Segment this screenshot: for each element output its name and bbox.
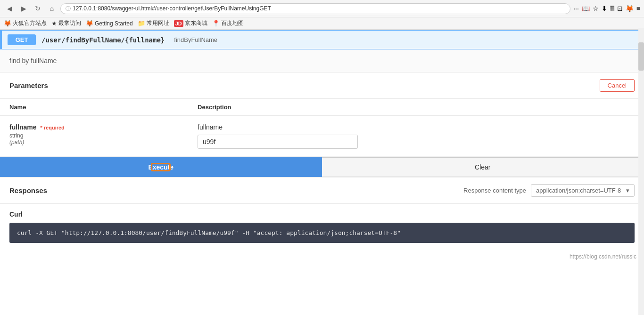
address-bar[interactable]: ⓘ 127.0.0.1:8080/swagger-ui.html#/user-c… <box>60 3 570 14</box>
response-content-type-label: Response content type <box>463 187 526 194</box>
curl-section: Curl curl -X GET "http://127.0.0.1:8080/… <box>0 204 644 250</box>
endpoint-header: GET /user/findByFullName/{fullname} find… <box>0 30 644 49</box>
address-text: 127.0.0.1:8080/swagger-ui.html#/user-con… <box>73 5 565 12</box>
map-icon: 📍 <box>212 20 220 27</box>
scroll-track[interactable] <box>638 28 644 313</box>
endpoint-operationid: findByFullName <box>174 36 217 43</box>
bookmark-getting-started[interactable]: 🦊 Getting Started <box>86 20 133 27</box>
menu-icon[interactable]: ≡ <box>636 5 640 12</box>
bookmark-label: 京东商城 <box>185 19 207 27</box>
bookmark-label: 常用网址 <box>147 19 169 27</box>
params-table: Name Description fullname * required str… <box>0 99 644 157</box>
description-text: find by fullName <box>9 57 57 65</box>
download-icon[interactable]: ⬇ <box>602 5 607 12</box>
refresh-button[interactable]: ↻ <box>32 3 43 14</box>
content-type-value: application/json;charset=UTF-8 <box>536 187 621 194</box>
toolbar-dots[interactable]: ··· <box>573 5 579 12</box>
param-location: (path) <box>9 139 179 145</box>
parameters-section: Parameters Cancel Name Description fulln… <box>0 73 644 157</box>
param-type: string <box>9 132 179 139</box>
parameters-title: Parameters <box>9 81 48 89</box>
swagger-container: GET /user/findByFullName/{fullname} find… <box>0 30 644 313</box>
section-description: find by fullName <box>0 49 644 73</box>
lock-icon: ⓘ <box>66 5 71 12</box>
method-badge: GET <box>8 34 36 45</box>
responses-section: Responses Response content type applicat… <box>0 177 644 204</box>
home-button[interactable]: ⌂ <box>46 3 58 14</box>
bookmark-label: 最常访问 <box>58 19 81 27</box>
responses-title: Responses <box>9 186 47 194</box>
forward-button[interactable]: ▶ <box>18 3 29 14</box>
param-name-cell: fullname * required string (path) <box>0 116 188 157</box>
responses-header: Responses Response content type applicat… <box>0 178 644 204</box>
bookmark-label: Getting Started <box>95 20 133 27</box>
watermark: https://blog.csdn.net/russlc <box>0 250 644 264</box>
param-description-text: fullname <box>198 123 635 131</box>
action-buttons: Execute Clear <box>0 157 644 177</box>
param-name: fullname * required <box>9 123 179 131</box>
scroll-thumb[interactable] <box>638 42 644 71</box>
curl-code: curl -X GET "http://127.0.0.1:8080/user/… <box>9 223 635 243</box>
description-column-header: Description <box>188 99 644 116</box>
name-column-header: Name <box>0 99 188 116</box>
tab-icon[interactable]: ⊡ <box>617 5 623 12</box>
clear-button[interactable]: Clear <box>322 157 644 177</box>
star-icon: ★ <box>51 20 57 27</box>
library-icon[interactable]: 𝄜 <box>610 5 614 13</box>
browser-toolbar: ◀ ▶ ↻ ⌂ ⓘ 127.0.0.1:8080/swagger-ui.html… <box>0 0 644 17</box>
cancel-button[interactable]: Cancel <box>600 79 635 92</box>
firefox-icon[interactable]: 🦊 <box>626 5 634 12</box>
bookmark-common-sites[interactable]: 📁 常用网址 <box>138 19 169 27</box>
bookmark-fox-site[interactable]: 🦊 火狐官方站点 <box>4 19 47 27</box>
bookmarks-bar: 🦊 火狐官方站点 ★ 最常访问 🦊 Getting Started 📁 常用网址… <box>0 17 644 30</box>
execute-button[interactable]: Execute <box>0 157 322 177</box>
bookmark-label: 火狐官方站点 <box>13 19 47 27</box>
fox-icon2: 🦊 <box>86 20 93 27</box>
bookmark-most-visited[interactable]: ★ 最常访问 <box>51 19 81 27</box>
curl-title: Curl <box>9 210 635 218</box>
fullname-input[interactable] <box>198 135 358 149</box>
bookmark-jd[interactable]: JD 京东商城 <box>174 19 207 27</box>
table-row: fullname * required string (path) fullna… <box>0 116 644 157</box>
content-type-select[interactable]: application/json;charset=UTF-8 ▾ <box>531 184 635 197</box>
bookmark-baidu-map[interactable]: 📍 百度地图 <box>212 19 244 27</box>
folder-icon: 📁 <box>138 20 145 27</box>
back-button[interactable]: ◀ <box>4 3 15 14</box>
browser-chrome: ◀ ▶ ↻ ⌂ ⓘ 127.0.0.1:8080/swagger-ui.html… <box>0 0 644 30</box>
jd-icon: JD <box>174 20 183 27</box>
fox-icon: 🦊 <box>4 20 11 27</box>
chevron-down-icon: ▾ <box>626 187 629 194</box>
endpoint-path: /user/findByFullName/{fullname} <box>41 36 165 44</box>
bookmark-label: 百度地图 <box>221 19 244 27</box>
parameters-header: Parameters Cancel <box>0 73 644 99</box>
bookmark-star-icon[interactable]: ☆ <box>593 5 599 12</box>
required-badge: * required <box>40 125 64 130</box>
param-description-cell: fullname <box>188 116 644 157</box>
reader-view-icon[interactable]: 📖 <box>582 5 590 12</box>
response-content-type-container: Response content type application/json;c… <box>463 184 635 197</box>
